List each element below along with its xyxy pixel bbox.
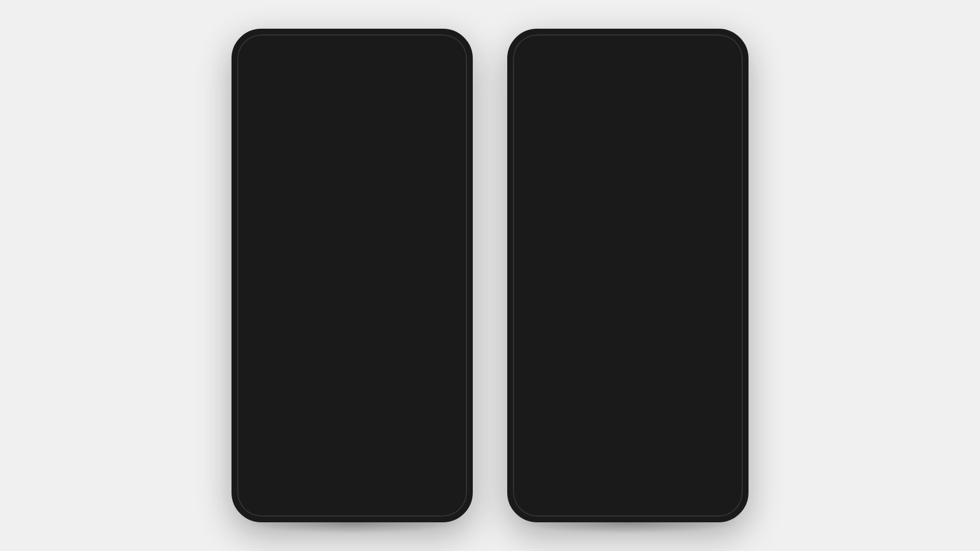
urat-label: urat — [524, 271, 533, 276]
svg-point-48 — [714, 53, 721, 60]
explore-icon-2 — [528, 484, 541, 500]
maracaibo-label: Maracaibo — [336, 155, 360, 161]
svg-rect-44 — [693, 52, 698, 60]
magdalena-label: Magdalena — [260, 179, 286, 185]
venezuela-label: Venezuela3.5 ↗ — [375, 213, 425, 237]
uttar-pradesh-label: Uttar Pradesh3.8 (increasing) — [632, 107, 665, 118]
maharashtra-label: Maharashtra15.8 (increasing) — [609, 276, 644, 287]
nav-explore-2[interactable]: Explore — [525, 484, 545, 508]
svg-point-53 — [718, 432, 722, 436]
avatar-2[interactable] — [708, 49, 727, 68]
svg-point-17 — [438, 53, 445, 60]
svg-point-43 — [535, 55, 539, 59]
nav-contribute-1[interactable]: Contribute — [383, 484, 409, 508]
saved-label-1: Saved — [342, 502, 358, 508]
telangana-label: Telangana3 (increasing) — [623, 309, 651, 321]
takeout-icon-1: 🪑 — [253, 84, 263, 93]
curacao-label: Curaçao5.4 ↗ — [405, 145, 425, 157]
commute-icon-2 — [575, 484, 588, 500]
svg-point-8 — [385, 171, 388, 173]
caqueta-label: Caquetá24.3 ↗ — [258, 391, 277, 403]
layers-button-1[interactable] — [433, 115, 458, 140]
bengaluru-label: BengaluruBorislodo — [577, 406, 601, 417]
chhattisgarh-label: Chhattisgarh47.2 (increasing) — [665, 218, 699, 229]
svg-point-41 — [672, 403, 676, 406]
updates-icon-2 — [713, 484, 726, 500]
svg-rect-13 — [418, 52, 422, 60]
nav-commute-1[interactable]: Commute — [293, 484, 318, 508]
karnataka-label: Karnataka1.7 (decreasing) — [582, 358, 615, 369]
nav-saved-2[interactable]: Saved — [618, 484, 634, 508]
vaupes-label: Vaupés61.2 ↗↗ — [331, 386, 350, 398]
takeout-icon-2: 🪑 — [529, 84, 539, 93]
delivery-icon-1: 🛵 — [314, 84, 323, 93]
pill-delivery-2[interactable]: 🛵 Delivery — [581, 79, 638, 98]
nav-contribute-2[interactable]: Contribute — [658, 484, 685, 508]
google-watermark-2: Google — [522, 464, 544, 471]
svg-point-40 — [546, 403, 549, 406]
pill-delivery-1[interactable]: 🛵 Delivery — [306, 79, 362, 98]
phone-screen-1: ⛰ Search Google Maps — [237, 34, 467, 517]
pill-gas-2[interactable]: ⛽ Gas — [642, 79, 685, 98]
svg-point-42 — [615, 438, 618, 440]
google-maps-logo-2 — [529, 51, 545, 67]
delivery-icon-2: 🛵 — [589, 84, 599, 93]
mic-icon-2[interactable] — [689, 52, 703, 65]
layers-button-2[interactable] — [708, 115, 734, 140]
svg-point-28 — [257, 489, 261, 492]
grocery-icon-2: 🛒 — [697, 84, 707, 93]
search-bar-1[interactable]: Search Google Maps — [245, 44, 459, 73]
vichada-label: Vichada15.7 ↗↗ — [354, 285, 373, 297]
commute-label-2: Commute — [569, 502, 593, 508]
rajasthan-label: Rajasthan2 (decreasing) — [554, 141, 584, 152]
gas-icon-1: ⛽ — [375, 84, 384, 93]
avatar-1[interactable] — [433, 49, 451, 68]
google-maps-logo-1 — [253, 51, 269, 67]
antioquia-label: Antioquia17.9 ↗ — [244, 247, 266, 258]
pill-takeout-1[interactable]: 🪑 Takeout — [245, 79, 301, 98]
pill-grocery-2[interactable]: 🛒 G — [689, 79, 724, 98]
guaviare-label: Guaviare68.8 ↗↗ — [302, 358, 323, 369]
contribute-icon-1 — [389, 484, 402, 500]
nav-updates-1[interactable]: Updates — [434, 484, 455, 508]
colombia-label: Colombia14.3 ↘ — [269, 324, 322, 350]
search-placeholder-1: Search Google Maps — [275, 53, 413, 64]
nav-explore-1[interactable]: Explore — [249, 484, 269, 508]
nav-commute-2[interactable]: Commute — [569, 484, 593, 508]
commute-label-1: Commute — [293, 502, 318, 508]
svg-point-12 — [259, 55, 264, 59]
location-button-2[interactable] — [706, 420, 734, 448]
pill-gas-1[interactable]: ⛽ Gas — [366, 79, 410, 98]
cundinamarca-label: Cundinamarca13.4 ↗ — [260, 285, 294, 297]
mumbai-label: umbai🏠 — [524, 304, 537, 315]
search-bar-2[interactable]: Search Google Maps — [521, 44, 735, 73]
tamil-nadu-label: Tamil Nadu — [600, 444, 629, 451]
grocery-icon-1: 🛒 — [422, 84, 431, 93]
haryana-label: Haryana6.3 (increasing) — [577, 107, 609, 118]
google-watermark-1: Google — [246, 464, 268, 471]
nepal-label: Nepal3.9 (increasing) — [692, 97, 724, 108]
nav-updates-2[interactable]: Updates — [709, 484, 731, 508]
chennai-label: ChennaiClaro'non — [651, 401, 670, 412]
state-amazonas-label: State ofAmazonas — [364, 464, 388, 475]
pill-grocery-1[interactable]: 🛒 G — [414, 79, 449, 98]
jharkhand-label: Jharkhand1.1 (increasing) — [685, 179, 717, 191]
andhra-pradesh-label: AndhraPradesh17.6 (decreasing) — [637, 343, 673, 360]
bottom-nav-1: Explore Commute — [237, 475, 467, 517]
nav-saved-1[interactable]: Saved — [342, 484, 358, 508]
saved-icon-1 — [344, 484, 357, 500]
vusuru-label: Vusuru — [541, 430, 555, 435]
explore-icon-1 — [253, 484, 265, 500]
svg-point-59 — [533, 489, 537, 492]
caracas-label: Caracas• — [384, 155, 406, 168]
phone-india: Search Google Maps — [507, 29, 748, 522]
svg-text:⛰: ⛰ — [266, 193, 271, 199]
mic-icon-1[interactable] — [413, 52, 427, 65]
updates-label-2: Updates — [709, 502, 731, 508]
pill-takeout-2[interactable]: 🪑 Takeout — [521, 79, 577, 98]
amazonas-label: Amazonas2.6 ↗↗ — [256, 440, 280, 451]
bolivar-label: Bolívar9.6 ↗↗ — [265, 218, 281, 229]
aruba-label: Aruba71.2 ↗ — [384, 131, 402, 143]
gas-icon-2: ⛽ — [650, 84, 660, 93]
location-button-1[interactable] — [430, 420, 458, 448]
